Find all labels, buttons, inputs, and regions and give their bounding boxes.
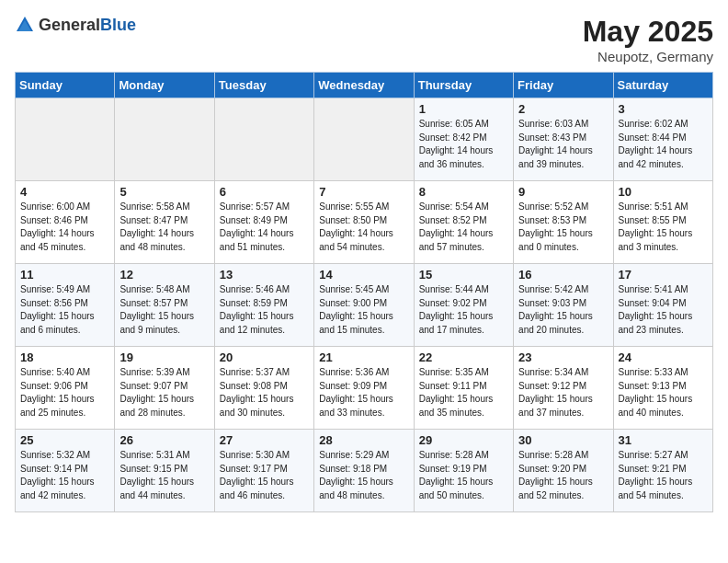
calendar-cell: 4Sunrise: 6:00 AMSunset: 8:46 PMDaylight… [16,181,115,264]
calendar-cell [214,98,313,181]
day-info: Sunrise: 5:27 AMSunset: 9:21 PMDaylight:… [619,449,708,502]
day-number: 20 [220,350,309,364]
day-number: 26 [119,433,209,447]
day-number: 12 [119,268,209,282]
day-number: 5 [119,185,209,199]
day-info: Sunrise: 5:28 AMSunset: 9:20 PMDaylight:… [518,449,608,502]
calendar-cell: 26Sunrise: 5:31 AMSunset: 9:15 PMDayligh… [115,430,214,512]
calendar-cell: 27Sunrise: 5:30 AMSunset: 9:17 PMDayligh… [214,430,313,512]
day-number: 29 [419,433,508,447]
calendar-week-row: 1Sunrise: 6:05 AMSunset: 8:42 PMDaylight… [16,98,713,181]
calendar-cell: 30Sunrise: 5:28 AMSunset: 9:20 PMDayligh… [514,430,613,512]
calendar-cell: 16Sunrise: 5:42 AMSunset: 9:03 PMDayligh… [514,264,613,347]
day-number: 24 [619,350,708,364]
day-info: Sunrise: 5:40 AMSunset: 9:06 PMDaylight:… [20,366,109,419]
calendar-cell [115,98,214,181]
location-subtitle: Neupotz, Germany [583,49,713,64]
day-number: 27 [220,433,309,447]
day-info: Sunrise: 5:55 AMSunset: 8:50 PMDaylight:… [319,201,408,254]
day-number: 23 [518,350,608,364]
calendar-cell [314,98,414,181]
day-info: Sunrise: 5:51 AMSunset: 8:55 PMDaylight:… [619,201,708,254]
day-number: 2 [518,102,608,116]
calendar-week-row: 25Sunrise: 5:32 AMSunset: 9:14 PMDayligh… [16,430,713,512]
calendar-cell: 28Sunrise: 5:29 AMSunset: 9:18 PMDayligh… [314,430,414,512]
day-info: Sunrise: 5:57 AMSunset: 8:49 PMDaylight:… [220,201,309,254]
day-number: 18 [20,350,109,364]
calendar-cell: 1Sunrise: 6:05 AMSunset: 8:42 PMDaylight… [414,98,513,181]
calendar-cell: 7Sunrise: 5:55 AMSunset: 8:50 PMDaylight… [314,181,414,264]
day-info: Sunrise: 5:45 AMSunset: 9:00 PMDaylight:… [319,283,408,337]
calendar-cell: 2Sunrise: 6:03 AMSunset: 8:43 PMDaylight… [514,98,613,181]
calendar-cell: 17Sunrise: 5:41 AMSunset: 9:04 PMDayligh… [613,264,712,347]
day-number: 28 [319,433,408,447]
day-number: 16 [518,268,608,282]
calendar-cell [16,98,115,181]
day-info: Sunrise: 5:28 AMSunset: 9:19 PMDaylight:… [419,449,508,502]
day-info: Sunrise: 5:29 AMSunset: 9:18 PMDaylight:… [319,449,408,502]
calendar-cell: 11Sunrise: 5:49 AMSunset: 8:56 PMDayligh… [16,264,115,347]
day-of-week-header: Thursday [414,73,513,98]
day-number: 6 [220,185,309,199]
day-info: Sunrise: 6:03 AMSunset: 8:43 PMDaylight:… [518,118,608,171]
logo: GeneralBlue [15,15,136,35]
logo-icon [15,15,35,35]
calendar-cell: 12Sunrise: 5:48 AMSunset: 8:57 PMDayligh… [115,264,214,347]
day-number: 30 [518,433,608,447]
calendar-cell: 10Sunrise: 5:51 AMSunset: 8:55 PMDayligh… [613,181,712,264]
day-info: Sunrise: 5:31 AMSunset: 9:15 PMDaylight:… [119,449,209,502]
day-number: 7 [319,185,408,199]
logo-text-general: General [39,16,100,34]
day-number: 17 [619,268,708,282]
day-number: 8 [419,185,508,199]
day-info: Sunrise: 6:00 AMSunset: 8:46 PMDaylight:… [20,201,109,254]
calendar-cell: 22Sunrise: 5:35 AMSunset: 9:11 PMDayligh… [414,347,513,430]
day-number: 25 [20,433,109,447]
day-of-week-header: Tuesday [214,73,313,98]
day-info: Sunrise: 5:33 AMSunset: 9:13 PMDaylight:… [619,366,708,419]
calendar-cell: 13Sunrise: 5:46 AMSunset: 8:59 PMDayligh… [214,264,313,347]
day-info: Sunrise: 5:42 AMSunset: 9:03 PMDaylight:… [518,283,608,337]
day-info: Sunrise: 5:54 AMSunset: 8:52 PMDaylight:… [419,201,508,254]
day-number: 15 [419,268,508,282]
title-block: May 2025 Neupotz, Germany [583,15,713,64]
day-info: Sunrise: 6:02 AMSunset: 8:44 PMDaylight:… [619,118,708,171]
calendar-cell: 9Sunrise: 5:52 AMSunset: 8:53 PMDaylight… [514,181,613,264]
day-number: 19 [119,350,209,364]
day-of-week-header: Monday [115,73,214,98]
day-info: Sunrise: 5:30 AMSunset: 9:17 PMDaylight:… [220,449,309,502]
calendar-cell: 8Sunrise: 5:54 AMSunset: 8:52 PMDaylight… [414,181,513,264]
calendar-cell: 3Sunrise: 6:02 AMSunset: 8:44 PMDaylight… [613,98,712,181]
day-number: 14 [319,268,408,282]
calendar-week-row: 11Sunrise: 5:49 AMSunset: 8:56 PMDayligh… [16,264,713,347]
day-info: Sunrise: 6:05 AMSunset: 8:42 PMDaylight:… [419,118,508,171]
day-number: 31 [619,433,708,447]
calendar-cell: 31Sunrise: 5:27 AMSunset: 9:21 PMDayligh… [613,430,712,512]
day-number: 13 [220,268,309,282]
day-info: Sunrise: 5:46 AMSunset: 8:59 PMDaylight:… [220,283,309,337]
calendar-header-row: SundayMondayTuesdayWednesdayThursdayFrid… [16,73,713,98]
day-info: Sunrise: 5:52 AMSunset: 8:53 PMDaylight:… [518,201,608,254]
day-info: Sunrise: 5:48 AMSunset: 8:57 PMDaylight:… [119,283,209,337]
day-number: 21 [319,350,408,364]
calendar-week-row: 18Sunrise: 5:40 AMSunset: 9:06 PMDayligh… [16,347,713,430]
month-year-title: May 2025 [583,15,713,49]
calendar-cell: 23Sunrise: 5:34 AMSunset: 9:12 PMDayligh… [514,347,613,430]
day-info: Sunrise: 5:44 AMSunset: 9:02 PMDaylight:… [419,283,508,337]
day-info: Sunrise: 5:49 AMSunset: 8:56 PMDaylight:… [20,283,109,337]
day-of-week-header: Sunday [16,73,115,98]
day-info: Sunrise: 5:36 AMSunset: 9:09 PMDaylight:… [319,366,408,419]
day-info: Sunrise: 5:41 AMSunset: 9:04 PMDaylight:… [619,283,708,337]
day-number: 4 [20,185,109,199]
calendar-cell: 21Sunrise: 5:36 AMSunset: 9:09 PMDayligh… [314,347,414,430]
calendar-table: SundayMondayTuesdayWednesdayThursdayFrid… [15,72,713,512]
day-info: Sunrise: 5:35 AMSunset: 9:11 PMDaylight:… [419,366,508,419]
day-of-week-header: Saturday [613,73,712,98]
day-number: 9 [518,185,608,199]
calendar-cell: 24Sunrise: 5:33 AMSunset: 9:13 PMDayligh… [613,347,712,430]
day-number: 10 [619,185,708,199]
calendar-cell: 6Sunrise: 5:57 AMSunset: 8:49 PMDaylight… [214,181,313,264]
day-of-week-header: Friday [514,73,613,98]
day-info: Sunrise: 5:58 AMSunset: 8:47 PMDaylight:… [119,201,209,254]
logo-text-blue: Blue [100,16,136,34]
